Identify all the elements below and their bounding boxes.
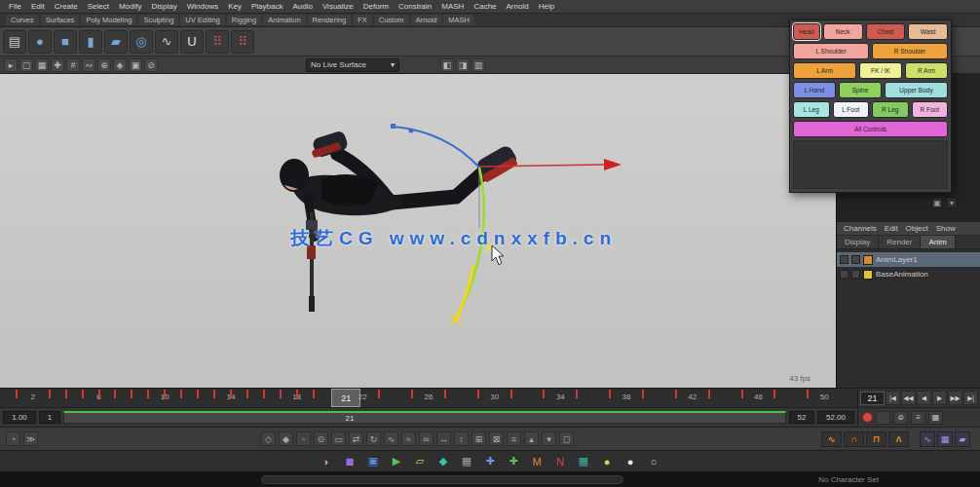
picker-button[interactable]: Upper Body bbox=[885, 82, 948, 98]
snap-point-icon[interactable]: ⊕ bbox=[97, 58, 111, 72]
layer-row[interactable]: AnimLayer1 bbox=[837, 252, 980, 267]
picker-button[interactable]: Chest bbox=[866, 23, 906, 40]
cache-toggle-button[interactable]: ▦ bbox=[928, 411, 943, 425]
current-frame-indicator[interactable]: 21 bbox=[331, 389, 360, 407]
menu-item[interactable]: Key bbox=[223, 2, 246, 11]
tangent-icon[interactable]: ⊙ bbox=[314, 431, 328, 446]
layer-row[interactable]: BaseAnimation bbox=[837, 267, 980, 281]
menu-item[interactable]: Arnold bbox=[502, 2, 534, 11]
step-forward-frame-button[interactable]: ▶▶ bbox=[948, 391, 962, 405]
camera-icon[interactable]: ▣ bbox=[366, 454, 381, 468]
panel-menu-item[interactable]: Channels bbox=[841, 224, 880, 233]
menu-item[interactable]: Help bbox=[534, 2, 559, 11]
keyframe-tick[interactable] bbox=[773, 390, 775, 398]
layer-editor-tab[interactable]: Display bbox=[837, 236, 879, 248]
select-component-icon[interactable]: ✚ bbox=[51, 58, 64, 72]
animation-end-field[interactable]: 52.00 bbox=[817, 411, 854, 424]
key-cross-marker[interactable] bbox=[451, 315, 461, 324]
poly-cylinder-icon[interactable]: ▮ bbox=[79, 30, 102, 54]
select-hierarchy-icon[interactable]: ▢ bbox=[19, 58, 33, 72]
menu-item[interactable]: Select bbox=[83, 2, 114, 11]
graph-editor-icon[interactable]: ∿ bbox=[920, 431, 935, 447]
tangent-clamped-icon[interactable]: ∩ bbox=[844, 431, 864, 447]
yellow-dot-icon[interactable]: ● bbox=[600, 454, 615, 468]
picker-button[interactable]: L Shoulder bbox=[793, 43, 869, 59]
menu-item[interactable]: Playback bbox=[246, 2, 287, 11]
shelf-tab[interactable]: MASH bbox=[443, 15, 474, 25]
equals-icon[interactable]: ≡ bbox=[507, 431, 521, 446]
selection-mode-icon[interactable]: ▸ bbox=[4, 58, 18, 72]
keyframe-tick[interactable] bbox=[98, 390, 100, 398]
keyframe-tick[interactable] bbox=[543, 390, 545, 398]
snap-keys-icon[interactable]: ◗ bbox=[320, 454, 334, 468]
poly-plane-icon[interactable]: ▰ bbox=[104, 30, 128, 54]
viewport[interactable]: 技艺CG www.cdnxxfb.cn 43 fps bbox=[0, 74, 836, 388]
keyframe-tick[interactable] bbox=[114, 390, 116, 398]
menu-item[interactable]: Cache bbox=[469, 2, 501, 11]
shelf-tab[interactable]: Rigging bbox=[227, 15, 261, 25]
shelf-tab[interactable]: Curves bbox=[6, 15, 39, 25]
picker-button[interactable]: L Arm bbox=[793, 62, 856, 79]
play-clip-icon[interactable]: ▶ bbox=[390, 454, 404, 468]
layer-visibility-toggle[interactable] bbox=[840, 255, 848, 264]
keyframe-tick[interactable] bbox=[197, 390, 199, 398]
swap-icon[interactable]: ⇄ bbox=[349, 431, 363, 446]
keyframe-tick[interactable] bbox=[164, 390, 166, 398]
current-time-field[interactable]: 21 bbox=[860, 392, 885, 405]
keyframe-tick[interactable] bbox=[180, 390, 182, 398]
keyframe-tick[interactable] bbox=[807, 390, 809, 398]
keyframe-tick[interactable] bbox=[65, 390, 67, 398]
go-to-start-button[interactable]: |◀ bbox=[886, 391, 900, 405]
tri-up-icon[interactable]: ▴ bbox=[524, 431, 539, 446]
layer-visibility-toggle[interactable] bbox=[840, 270, 848, 279]
menu-item[interactable]: Constrain bbox=[394, 2, 436, 11]
snap-grid-icon[interactable]: # bbox=[66, 58, 80, 72]
menu-item[interactable]: Display bbox=[147, 2, 182, 11]
star-icon[interactable]: ✚ bbox=[483, 454, 498, 468]
auto-keyframe-button[interactable] bbox=[862, 412, 873, 423]
keyframe-tick[interactable] bbox=[82, 390, 84, 398]
keyframe-tick[interactable] bbox=[510, 390, 512, 398]
keyframe-tick[interactable] bbox=[444, 390, 446, 398]
keyframe-tick[interactable] bbox=[147, 390, 149, 398]
panel-menu-item[interactable]: Edit bbox=[882, 224, 901, 233]
history-icon[interactable]: ▤ bbox=[3, 30, 26, 54]
shelf-tab[interactable]: UV Editing bbox=[180, 15, 224, 25]
playback-end-field[interactable]: 52 bbox=[789, 411, 814, 424]
time-slider[interactable]: 26101418222630343842465021 bbox=[0, 388, 857, 407]
infinity-icon[interactable]: ∞ bbox=[419, 431, 433, 446]
keyframe-tick[interactable] bbox=[741, 390, 743, 398]
dope-sheet-icon[interactable]: ▦ bbox=[937, 431, 953, 447]
playback-start-field[interactable]: 1 bbox=[39, 411, 60, 424]
keyframe-tick[interactable] bbox=[313, 390, 315, 398]
keyframe-tick[interactable] bbox=[246, 390, 248, 398]
shelf-tab[interactable]: Custom bbox=[374, 15, 409, 25]
construction-history-icon[interactable]: ⊘ bbox=[144, 58, 158, 72]
square-icon[interactable]: ◻ bbox=[559, 431, 574, 446]
menu-item[interactable]: Create bbox=[50, 2, 83, 11]
time-unit-icon[interactable]: ◔ bbox=[6, 431, 20, 446]
keyframe-tick[interactable] bbox=[411, 390, 413, 398]
picker-button[interactable]: L Hand bbox=[793, 82, 836, 98]
play-forwards-button[interactable]: ▶ bbox=[932, 391, 947, 405]
ghost-after-icon[interactable]: ⠿ bbox=[231, 30, 254, 54]
layer-mute-toggle[interactable] bbox=[851, 270, 860, 279]
poly-cube-icon[interactable]: ■ bbox=[54, 30, 77, 54]
cycle-icon[interactable]: ↻ bbox=[366, 431, 381, 446]
white-dot-icon[interactable]: ● bbox=[623, 454, 638, 468]
layer-color-swatch[interactable] bbox=[863, 270, 873, 280]
render-settings-icon[interactable]: ▥ bbox=[471, 58, 485, 72]
picker-button[interactable]: L Foot bbox=[833, 101, 870, 118]
keyframe-tick[interactable] bbox=[230, 390, 232, 398]
playback-speed-icon[interactable]: ≫ bbox=[23, 431, 38, 446]
keyframe-tick[interactable] bbox=[296, 390, 298, 398]
shelf-tab[interactable]: Animation bbox=[263, 15, 305, 25]
tangent-spline-icon[interactable]: ∿ bbox=[821, 431, 842, 447]
layer-editor-tab[interactable]: Anim bbox=[921, 236, 955, 248]
wave-icon[interactable]: ∿ bbox=[384, 431, 398, 446]
add-icon[interactable]: ✚ bbox=[507, 454, 521, 468]
ipr-render-icon[interactable]: ◨ bbox=[456, 58, 470, 72]
keyframe-tick[interactable] bbox=[280, 390, 282, 398]
picker-button[interactable]: Waist bbox=[908, 23, 948, 40]
dock-panel-icon[interactable]: ▣ bbox=[931, 197, 943, 208]
